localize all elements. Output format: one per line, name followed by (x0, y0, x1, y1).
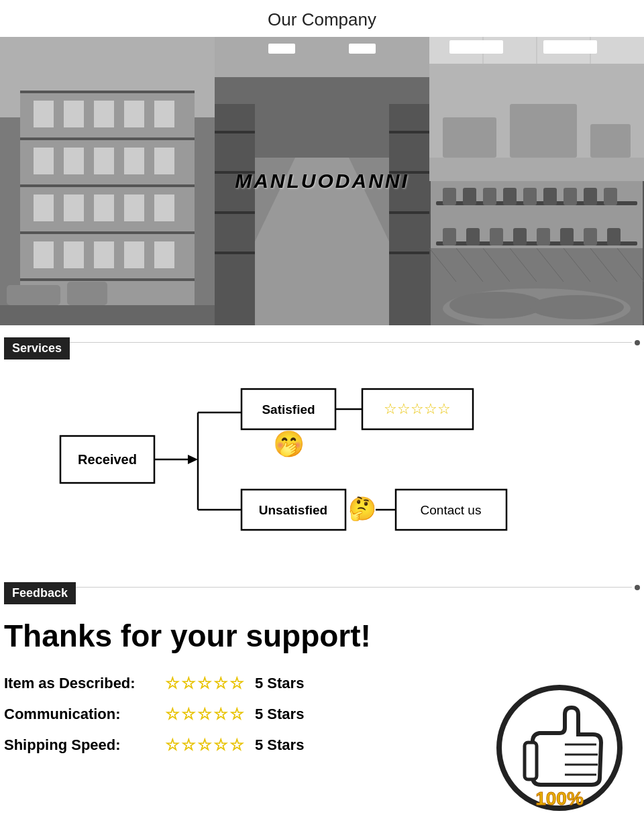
feedback-header: Feedback (4, 582, 76, 604)
services-diagram: Received Satisfied ☆☆☆☆☆ 🤭 Unsatisfied 🤔… (0, 362, 644, 570)
feedback-left: Item as Described: ☆☆☆☆☆ 5 Stars Communi… (4, 674, 479, 767)
svg-rect-18 (34, 195, 54, 221)
svg-rect-20 (94, 195, 114, 221)
svg-rect-45 (389, 211, 429, 214)
feedback-dot (635, 585, 640, 590)
photo-office (429, 37, 644, 181)
svg-rect-52 (449, 40, 503, 54)
svg-marker-97 (188, 455, 198, 464)
svg-rect-37 (215, 104, 255, 325)
svg-rect-77 (560, 228, 574, 245)
score-described: 5 Stars (255, 675, 304, 692)
svg-rect-76 (537, 228, 550, 245)
svg-rect-21 (124, 195, 144, 221)
svg-rect-68 (543, 188, 557, 205)
svg-text:☆☆☆☆☆: ☆☆☆☆☆ (384, 400, 451, 417)
svg-rect-25 (94, 241, 114, 268)
svg-point-82 (530, 295, 624, 319)
services-section: Services (0, 325, 644, 360)
svg-rect-3 (20, 91, 195, 93)
svg-rect-34 (349, 44, 376, 54)
label-communication: Communication: (4, 706, 165, 723)
svg-rect-23 (34, 241, 54, 268)
services-header: Services (4, 337, 70, 360)
svg-text:🤭: 🤭 (273, 429, 305, 459)
svg-rect-24 (64, 241, 84, 268)
feedback-header-wrap: Feedback (4, 570, 640, 604)
svg-rect-8 (34, 101, 54, 127)
feedback-line (76, 587, 632, 588)
svg-rect-19 (64, 195, 84, 221)
photo-right-wrap (429, 37, 644, 325)
brand-overlay: MANLUODANNI (235, 170, 409, 192)
svg-rect-41 (215, 252, 255, 254)
svg-text:Contact us: Contact us (421, 503, 482, 517)
photo-clothes (429, 181, 644, 325)
svg-text:Satisfied: Satisfied (262, 402, 315, 417)
label-shipping: Shipping Speed: (4, 736, 165, 754)
svg-rect-28 (0, 305, 215, 325)
svg-rect-78 (584, 228, 597, 245)
svg-rect-7 (20, 278, 195, 281)
svg-rect-16 (124, 148, 144, 174)
svg-rect-67 (523, 188, 537, 205)
stars-shipping: ☆☆☆☆☆ (165, 736, 246, 755)
svg-rect-53 (543, 40, 597, 54)
svg-rect-6 (20, 231, 195, 234)
svg-rect-10 (94, 101, 114, 127)
svg-rect-73 (466, 228, 480, 245)
svg-rect-11 (124, 101, 144, 127)
svg-rect-63 (443, 188, 456, 205)
svg-rect-64 (463, 188, 476, 205)
svg-rect-66 (503, 188, 517, 205)
svg-rect-32 (215, 37, 429, 77)
svg-text:Received: Received (78, 452, 137, 467)
svg-rect-56 (443, 117, 496, 158)
feedback-row-communication: Communication: ☆☆☆☆☆ 5 Stars (4, 705, 479, 724)
services-line (70, 342, 632, 343)
svg-rect-65 (483, 188, 496, 205)
svg-rect-22 (154, 195, 174, 221)
svg-rect-75 (513, 228, 527, 245)
svg-rect-55 (429, 158, 644, 181)
svg-rect-15 (94, 148, 114, 174)
score-shipping: 5 Stars (255, 736, 304, 754)
svg-rect-5 (20, 184, 195, 187)
svg-rect-74 (490, 228, 503, 245)
svg-rect-33 (268, 44, 295, 54)
company-photos: MANLUODANNI (0, 37, 644, 325)
services-header-wrap: Services (4, 325, 640, 360)
page-title: Our Company (0, 0, 644, 37)
stars-described: ☆☆☆☆☆ (165, 674, 246, 693)
svg-rect-46 (389, 252, 429, 254)
svg-rect-27 (154, 241, 174, 268)
svg-rect-119 (525, 742, 537, 779)
svg-text:Unsatisfied: Unsatisfied (259, 503, 327, 517)
feedback-content: Thanks for your support! Item as Describ… (4, 618, 640, 829)
svg-rect-40 (215, 211, 255, 214)
svg-rect-17 (154, 148, 174, 174)
feedback-section: Feedback Thanks for your support! Item a… (0, 570, 644, 829)
svg-rect-29 (7, 285, 60, 305)
svg-rect-26 (124, 241, 144, 268)
svg-rect-57 (510, 104, 577, 158)
svg-rect-58 (590, 124, 631, 158)
feedback-row-described: Item as Described: ☆☆☆☆☆ 5 Stars (4, 674, 479, 693)
svg-rect-79 (607, 228, 621, 245)
stars-communication: ☆☆☆☆☆ (165, 705, 246, 724)
svg-rect-38 (215, 131, 255, 133)
svg-rect-12 (154, 101, 174, 127)
svg-rect-30 (67, 282, 107, 305)
photo-building (0, 37, 215, 325)
label-described: Item as Described: (4, 675, 165, 692)
svg-rect-43 (389, 131, 429, 133)
svg-text:🤔: 🤔 (348, 495, 377, 522)
photo-warehouse: MANLUODANNI (215, 37, 429, 325)
services-dot (635, 340, 640, 345)
svg-rect-69 (564, 188, 577, 205)
svg-rect-70 (584, 188, 597, 205)
svg-point-81 (449, 292, 543, 319)
svg-text:100%: 100% (535, 788, 584, 809)
score-communication: 5 Stars (255, 706, 304, 723)
svg-rect-42 (389, 104, 429, 325)
